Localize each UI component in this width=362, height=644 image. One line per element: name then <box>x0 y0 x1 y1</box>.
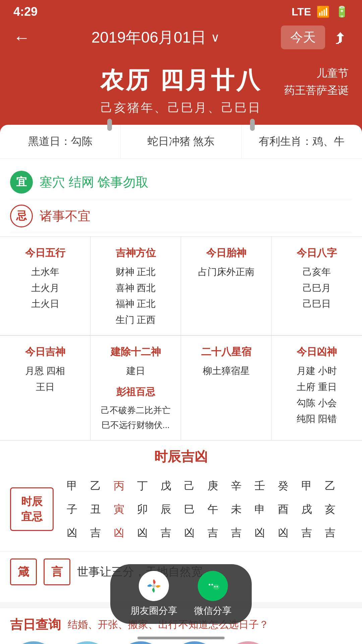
scroll-indicator-right <box>250 119 255 131</box>
quote-badge1: 箴 <box>10 558 37 585</box>
grid-jishen-content: 财神 正北喜神 西北福神 正北生门 正西 <box>97 264 175 328</box>
info-grid-row1: 今日五行 土水年土火月土火日 吉神方位 财神 正北喜神 西北福神 正北生门 正西… <box>0 236 362 335</box>
header: ← 2019年06月01日 ∨ 今天 ⮭ <box>0 22 362 55</box>
grid-xiongshen: 今日凶神 月建 小时土府 重日勾陈 小会纯阳 阳错 <box>272 336 362 440</box>
svg-point-2 <box>213 584 220 590</box>
share-bar: 朋友圈分享 微信分享 <box>110 564 252 624</box>
grid-xingxiu: 二十八星宿 柳土獐宿星 <box>181 336 272 440</box>
svg-point-3 <box>209 584 210 586</box>
ji-badge: 忌 <box>10 205 33 227</box>
jiri-item-all[interactable]: 全部 <box>10 641 57 644</box>
info-tabs: 黑道日：勾陈 蛇日冲猪 煞东 有利生肖：鸡、牛 <box>0 125 362 159</box>
jiri-grid: 全部 嫁聚 会友 开业 盖屋 <box>10 641 352 644</box>
yi-row: 宜 塞穴 结网 馀事勿取 <box>10 165 352 199</box>
yi-ji-section: 宜 塞穴 结网 馀事勿取 忌 诸事不宜 <box>0 159 362 236</box>
svg-point-5 <box>214 586 216 587</box>
yi-badge: 宜 <box>10 171 33 194</box>
grid-jianshen-content: 建日 <box>97 363 175 379</box>
shichen-section: 时辰吉凶 时辰 宜忌 甲 乙 丙 丁 戊 己 庚 辛 <box>0 440 362 551</box>
shichen-row-dizhi: 子 丑 寅 卯 辰 巳 午 未 申 酉 戌 亥 <box>64 497 352 521</box>
signal-icon: 📶 <box>316 5 330 18</box>
grid-taishen: 今日胎神 占门床外正南 <box>181 237 272 335</box>
current-date: 2019年06月01日 <box>92 27 206 48</box>
svg-point-0 <box>152 584 156 588</box>
shichen-badge: 时辰 宜忌 <box>10 487 54 531</box>
shichen-grid: 甲 乙 丙 丁 戊 己 庚 辛 壬 癸 甲 乙 子 <box>64 474 352 545</box>
shichen-badge-line1: 时辰 <box>21 494 43 509</box>
grid-jishen2: 今日吉神 月恩 四相王日 <box>0 336 90 440</box>
pengzu-content: 己不破券二比并亡 巳不远行财物伏... <box>97 403 175 432</box>
grid-wuxing: 今日五行 土水年土火月土火日 <box>0 237 90 335</box>
grid-jishen2-content: 月恩 四相王日 <box>6 363 84 395</box>
pinwheel-icon <box>139 571 169 601</box>
grid-wuxing-content: 土水年土火月土火日 <box>6 264 84 312</box>
status-time: 4:29 <box>13 5 38 19</box>
grid-xiongshen-content: 月建 小时土府 重日勾陈 小会纯阳 阳错 <box>278 363 356 427</box>
grid-bazi: 今日八字 己亥年己巳月己巳日 <box>272 237 362 335</box>
network-indicator: LTE <box>292 6 311 18</box>
shichen-row-tiangan: 甲 乙 丙 丁 戊 己 庚 辛 壬 癸 甲 乙 <box>64 474 352 497</box>
share-pengyouquan-label: 朋友圈分享 <box>130 604 177 617</box>
ji-row: 忌 诸事不宜 <box>10 199 352 233</box>
main-card: 黑道日：勾陈 蛇日冲猪 煞东 有利生肖：鸡、牛 宜 塞穴 结网 馀事勿取 忌 诸… <box>0 125 362 602</box>
jiri-item-jiaju[interactable]: 嫁聚 <box>64 641 111 644</box>
scroll-indicator-left <box>107 119 112 131</box>
share-wechat[interactable]: 微信分享 <box>194 571 232 617</box>
date-dropdown-arrow: ∨ <box>211 31 220 45</box>
festival-2: 药王菩萨圣诞 <box>284 82 349 99</box>
festival-1: 儿童节 <box>284 65 349 82</box>
quote-badge2: 言 <box>44 558 70 585</box>
jiri-item-huiyou[interactable]: 会友 <box>117 641 164 644</box>
grid-jishen: 吉神方位 财神 正北喜神 西北福神 正北生门 正西 <box>90 237 181 335</box>
share-wechat-label: 微信分享 <box>194 604 232 617</box>
info-grid-row2: 今日吉神 月恩 四相王日 建除十二神 建日 彭祖百忌 己不破券二比并亡 巳不远行… <box>0 335 362 440</box>
today-button[interactable]: 今天 <box>281 25 325 49</box>
jiri-item-kaiyi[interactable]: 开业 <box>171 641 218 644</box>
date-selector[interactable]: 2019年06月01日 ∨ <box>92 27 220 48</box>
wechat-icon <box>198 571 228 601</box>
battery-icon: 🔋 <box>335 5 349 18</box>
share-button[interactable]: ⮭ <box>333 29 349 47</box>
status-right: LTE 📶 🔋 <box>292 5 349 18</box>
lunar-festivals: 儿童节 药王菩萨圣诞 <box>284 65 349 99</box>
header-actions: 今天 ⮭ <box>281 25 349 49</box>
grid-taishen-content: 占门床外正南 <box>187 264 265 280</box>
pengzu-title: 彭祖百忌 <box>97 384 175 400</box>
back-button[interactable]: ← <box>13 28 30 47</box>
tab-sheri[interactable]: 蛇日冲猪 煞东 <box>121 125 241 158</box>
yi-text: 塞穴 结网 馀事勿取 <box>40 174 148 191</box>
grid-bazi-content: 己亥年己巳月己巳日 <box>278 264 356 312</box>
main-content: 宜 塞穴 结网 馀事勿取 忌 诸事不宜 今日五行 土水年土火月土火日 吉神方位 … <box>0 159 362 602</box>
status-bar: 4:29 LTE 📶 🔋 <box>0 0 362 22</box>
shichen-inner: 时辰 宜忌 甲 乙 丙 丁 戊 己 庚 辛 壬 癸 甲 <box>10 474 352 545</box>
home-indicator <box>137 637 225 639</box>
shichen-badge-line2: 宜忌 <box>21 509 43 524</box>
jiri-item-gaiwu[interactable]: 盖屋 <box>225 641 272 644</box>
shichen-title: 时辰吉凶 <box>10 447 352 466</box>
grid-xingxiu-content: 柳土獐宿星 <box>187 363 265 379</box>
jiri-title: 吉日查询 <box>10 616 61 633</box>
svg-point-4 <box>212 584 213 586</box>
tab-shengxiao[interactable]: 有利生肖：鸡、牛 <box>242 125 362 158</box>
grid-jianshen: 建除十二神 建日 彭祖百忌 己不破券二比并亡 巳不远行财物伏... <box>90 336 181 440</box>
ji-text: 诸事不宜 <box>40 208 90 225</box>
lunar-header: 农历 四月廿八 己亥猪年、己巳月、己巳日 儿童节 药王菩萨圣诞 <box>0 55 362 133</box>
shichen-row-jixiong: 凶 吉 凶 凶 吉 凶 吉 吉 凶 凶 吉 吉 <box>64 521 352 544</box>
share-pengyouquan[interactable]: 朋友圈分享 <box>130 571 177 617</box>
svg-point-6 <box>217 586 218 587</box>
tab-heidaori[interactable]: 黑道日：勾陈 <box>0 125 121 158</box>
lunar-subtitle: 己亥猪年、己巳月、己巳日 <box>13 100 349 116</box>
